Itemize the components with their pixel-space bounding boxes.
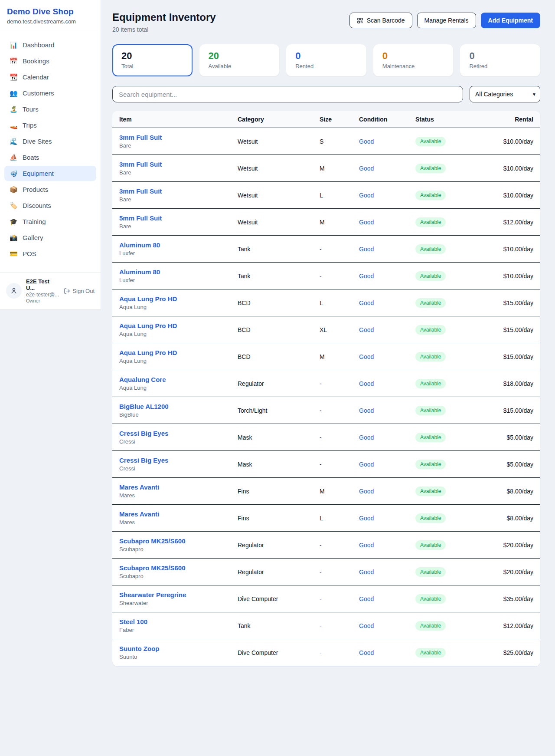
item-link[interactable]: Aqua Lung Pro HD — [119, 349, 224, 356]
sidebar-item-dashboard[interactable]: 📊 Dashboard — [4, 37, 96, 53]
item-link[interactable]: Aluminum 80 — [119, 241, 224, 249]
item-link[interactable]: 3mm Full Suit — [119, 134, 224, 141]
condition-link[interactable]: Good — [359, 353, 374, 360]
category-cell: BCD — [231, 343, 313, 370]
condition-link[interactable]: Good — [359, 299, 374, 306]
item-brand: Bare — [119, 223, 224, 230]
condition-link[interactable]: Good — [359, 407, 374, 414]
sidebar-item-calendar[interactable]: 📆 Calendar — [4, 69, 96, 85]
condition-link[interactable]: Good — [359, 461, 374, 468]
sidebar-item-trips[interactable]: 🚤 Trips — [4, 118, 96, 133]
condition-link[interactable]: Good — [359, 273, 374, 279]
item-link[interactable]: Aluminum 80 — [119, 268, 224, 276]
item-link[interactable]: Steel 100 — [119, 618, 224, 625]
stats-row: 20 Total 20 Available 0 Rented 0 Mainten… — [112, 44, 540, 76]
item-link[interactable]: Scubapro MK25/S600 — [119, 537, 224, 545]
add-equipment-button[interactable]: Add Equipment — [481, 13, 540, 28]
customers-icon: 👥 — [10, 90, 17, 96]
sign-out-button[interactable]: Sign Out — [64, 288, 95, 294]
brand-domain: demo.test.divestreams.com — [7, 18, 94, 25]
col-header-condition: Condition — [352, 111, 408, 128]
item-cell: Aqua Lung Pro HD Aqua Lung — [112, 289, 231, 316]
stat-card[interactable]: 0 Retired — [460, 44, 540, 76]
stat-label: Rented — [295, 63, 357, 69]
manage-rentals-button[interactable]: Manage Rentals — [417, 13, 476, 28]
condition-link[interactable]: Good — [359, 515, 374, 522]
category-filter-select[interactable]: All Categories — [470, 86, 540, 102]
stat-value: 20 — [209, 50, 271, 62]
item-link[interactable]: BigBlue AL1200 — [119, 403, 224, 410]
stat-card[interactable]: 0 Maintenance — [373, 44, 454, 76]
rental-cell: $5.00/day — [473, 424, 540, 451]
sidebar-item-dive-sites[interactable]: 🌊 Dive Sites — [4, 134, 96, 149]
status-cell: Available — [408, 370, 473, 397]
item-link[interactable]: Aqua Lung Pro HD — [119, 322, 224, 329]
condition-link[interactable]: Good — [359, 542, 374, 549]
items-total-count: 20 items total — [112, 26, 216, 33]
condition-link[interactable]: Good — [359, 246, 374, 253]
scan-barcode-button[interactable]: Scan Barcode — [349, 13, 412, 28]
stat-label: Total — [121, 63, 183, 69]
stat-label: Maintenance — [382, 63, 444, 69]
item-brand: Bare — [119, 196, 224, 203]
condition-link[interactable]: Good — [359, 326, 374, 333]
condition-cell: Good — [352, 316, 408, 343]
item-brand: Scubapro — [119, 546, 224, 552]
equipment-icon: 🤿 — [10, 170, 17, 177]
table-row: Mares Avanti Mares Fins M Good Available… — [112, 478, 540, 505]
item-link[interactable]: 5mm Full Suit — [119, 214, 224, 222]
category-cell: BCD — [231, 316, 313, 343]
sidebar-item-boats[interactable]: ⛵ Boats — [4, 150, 96, 165]
condition-link[interactable]: Good — [359, 649, 374, 656]
item-link[interactable]: Cressi Big Eyes — [119, 457, 224, 464]
user-email: e2e-tester@... — [26, 292, 59, 298]
size-cell: - — [313, 236, 352, 263]
sidebar-item-label: Dashboard — [23, 41, 54, 49]
stat-label: Available — [209, 63, 271, 69]
status-cell: Available — [408, 397, 473, 424]
condition-link[interactable]: Good — [359, 219, 374, 226]
sidebar-item-tours[interactable]: 🏝️ Tours — [4, 102, 96, 117]
item-link[interactable]: 3mm Full Suit — [119, 187, 224, 195]
item-link[interactable]: Shearwater Peregrine — [119, 591, 224, 598]
category-cell: Tank — [231, 612, 313, 639]
sidebar-item-pos[interactable]: 💳 POS — [4, 246, 96, 261]
rental-cell: $20.00/day — [473, 559, 540, 585]
sidebar-item-gallery[interactable]: 📸 Gallery — [4, 230, 96, 245]
condition-link[interactable]: Good — [359, 138, 374, 145]
person-icon — [10, 287, 18, 295]
condition-link[interactable]: Good — [359, 192, 374, 199]
brand-name: Demo Dive Shop — [7, 7, 94, 16]
item-link[interactable]: Suunto Zoop — [119, 645, 224, 652]
sidebar-item-equipment[interactable]: 🤿 Equipment — [4, 166, 96, 181]
sidebar-item-customers[interactable]: 👥 Customers — [4, 85, 96, 101]
stat-card[interactable]: 20 Total — [112, 44, 193, 76]
item-link[interactable]: Mares Avanti — [119, 510, 224, 518]
item-link[interactable]: Cressi Big Eyes — [119, 430, 224, 437]
sidebar-item-label: Discounts — [23, 202, 51, 209]
condition-link[interactable]: Good — [359, 622, 374, 629]
item-link[interactable]: 3mm Full Suit — [119, 161, 224, 168]
condition-link[interactable]: Good — [359, 434, 374, 441]
condition-link[interactable]: Good — [359, 569, 374, 575]
sidebar-item-bookings[interactable]: 📅 Bookings — [4, 53, 96, 69]
stat-card[interactable]: 20 Available — [199, 44, 280, 76]
condition-link[interactable]: Good — [359, 488, 374, 495]
sidebar-item-discounts[interactable]: 🏷️ Discounts — [4, 198, 96, 213]
item-link[interactable]: Aqua Lung Pro HD — [119, 295, 224, 302]
item-link[interactable]: Mares Avanti — [119, 483, 224, 491]
condition-cell: Good — [352, 209, 408, 236]
size-cell: L — [313, 289, 352, 316]
condition-link[interactable]: Good — [359, 380, 374, 387]
sidebar-item-training[interactable]: 🎓 Training — [4, 214, 96, 229]
item-link[interactable]: Aqualung Core — [119, 376, 224, 383]
search-input[interactable] — [112, 86, 463, 102]
stat-card[interactable]: 0 Rented — [286, 44, 366, 76]
sidebar-item-products[interactable]: 📦 Products — [4, 182, 96, 197]
item-link[interactable]: Scubapro MK25/S600 — [119, 564, 224, 572]
table-row: 5mm Full Suit Bare Wetsuit M Good Availa… — [112, 209, 540, 236]
stat-value: 0 — [295, 50, 357, 62]
condition-link[interactable]: Good — [359, 165, 374, 172]
rental-cell: $10.00/day — [473, 155, 540, 182]
condition-link[interactable]: Good — [359, 595, 374, 602]
